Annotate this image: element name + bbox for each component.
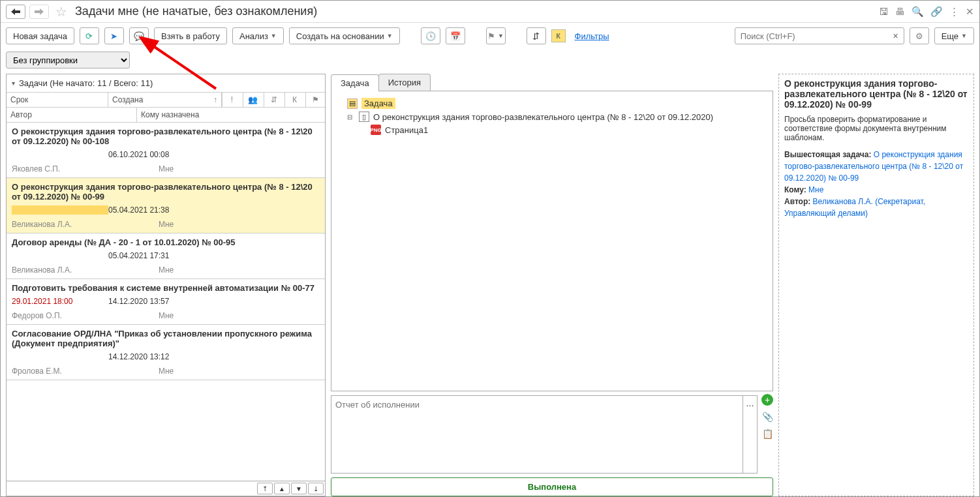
add-button[interactable]: + — [761, 394, 773, 406]
search-box: × — [735, 27, 904, 44]
task-author: Фролова Е.М. — [12, 367, 159, 376]
task-author: Федоров О.П. — [12, 311, 159, 320]
info-title: О реконструкция здания торгово-развлекат… — [784, 78, 968, 110]
task-title: Согласование ОРД/ЛНА "Приказ об установл… — [7, 325, 325, 350]
forward-action-button[interactable]: ➤ — [104, 27, 124, 44]
document-icon: ▯ — [359, 112, 369, 122]
clipboard-button[interactable]: 📋 — [761, 428, 773, 440]
col-hierarchy-icon[interactable]: ⇵ — [264, 93, 283, 107]
task-title: Договор аренды (№ ДА - 20 - 1 от 10.01.2… — [7, 233, 325, 248]
arrow-right-icon: ➤ — [110, 31, 117, 41]
kebab-menu-icon[interactable]: ⋮ — [949, 6, 959, 18]
nav-up-button[interactable]: ▲ — [274, 483, 290, 494]
toolbar: Новая задача ⟳ ➤ 💬 Взять в работу Анализ… — [1, 23, 979, 49]
calendar-add-icon: 📅 — [450, 31, 461, 41]
nav-down-button[interactable]: ▼ — [291, 483, 307, 494]
take-work-button[interactable]: Взять в работу — [154, 27, 227, 44]
preview-icon[interactable]: 🔍 — [911, 6, 924, 18]
new-task-button[interactable]: Новая задача — [6, 27, 74, 44]
calendar-add-button[interactable]: 📅 — [446, 27, 465, 44]
info-meta: Вышестоящая задача: О реконструкция здан… — [784, 149, 968, 219]
task-detail-panel: Задача История ▤ Задача ⊟ ▯ О реконструк… — [331, 74, 773, 496]
caret-down-icon: ▼ — [961, 33, 967, 39]
col-sozdana[interactable]: Создана↑ — [108, 93, 222, 107]
print-icon[interactable]: 🖶 — [895, 6, 905, 17]
col-priority-icon[interactable]: ! — [222, 93, 241, 107]
task-sozdana: 05.04.2021 21:38 — [108, 205, 169, 215]
tree-root[interactable]: ▤ Задача — [347, 97, 767, 110]
flag-button[interactable]: ⚑▼ — [486, 27, 506, 44]
chevron-down-icon[interactable]: ▾ — [12, 80, 15, 87]
k-toggle-button[interactable]: К — [551, 29, 566, 42]
task-srok: 29.01.2021 18:00 — [12, 297, 108, 306]
close-icon[interactable]: ✕ — [966, 6, 974, 18]
tree-button[interactable]: ⇵ — [527, 27, 546, 44]
save-icon[interactable]: 🖫 — [879, 6, 889, 17]
report-textarea[interactable] — [331, 396, 743, 473]
favorite-star-icon[interactable]: ☆ — [55, 4, 67, 20]
col-srok[interactable]: Срок — [7, 93, 108, 107]
task-komu: Мне — [159, 367, 174, 376]
task-title: Подготовить требования к системе внутрен… — [7, 279, 325, 294]
task-sozdana: 06.10.2021 00:08 — [108, 150, 169, 159]
task-srok — [12, 251, 108, 260]
list-navigation: ⤒ ▲ ▼ ⤓ — [7, 481, 325, 496]
task-komu: Мне — [159, 311, 174, 320]
nav-first-button[interactable]: ⤒ — [257, 483, 273, 494]
task-row[interactable]: Подготовить требования к системе внутрен… — [7, 279, 325, 325]
attach-button[interactable]: 📎 — [761, 411, 773, 423]
task-komu: Мне — [159, 265, 174, 275]
done-button[interactable]: Выполнена — [331, 477, 773, 496]
filters-link[interactable]: Фильтры — [575, 31, 609, 41]
collapse-icon[interactable]: ⊟ — [347, 113, 355, 121]
task-row[interactable]: О реконструкция здания торгово-развлекат… — [7, 178, 325, 233]
link-icon[interactable]: 🔗 — [930, 6, 943, 18]
report-expand-button[interactable]: … — [743, 396, 757, 473]
report-side-buttons: + 📎 📋 — [758, 391, 773, 440]
tree-page[interactable]: PNG Страница1 — [371, 123, 767, 136]
col-users-icon[interactable]: 👥 — [243, 93, 262, 107]
task-srok — [12, 205, 108, 215]
create-based-button[interactable]: Создать на основании▼ — [289, 27, 400, 44]
komu-link[interactable]: Мне — [808, 185, 823, 194]
task-sozdana: 14.12.2020 13:57 — [108, 297, 169, 306]
gear-icon: ⚙ — [915, 31, 923, 41]
task-row[interactable]: Договор аренды (№ ДА - 20 - 1 от 10.01.2… — [7, 233, 325, 279]
col-flag-icon[interactable]: ⚑ — [305, 93, 325, 107]
task-list-panel: ▾ Задачи (Не начато: 11 / Всего: 11) Сро… — [6, 74, 326, 496]
task-row[interactable]: Согласование ОРД/ЛНА "Приказ об установл… — [7, 325, 325, 380]
back-button[interactable] — [6, 5, 25, 19]
analysis-button[interactable]: Анализ▼ — [232, 27, 284, 44]
clock-button[interactable]: 🕓 — [421, 27, 440, 44]
tree-doc[interactable]: ⊟ ▯ О реконструкция здания торгово-развл… — [347, 110, 767, 123]
sort-asc-icon: ↑ — [213, 95, 217, 104]
grouping-bar: Без группировки — [1, 49, 979, 74]
page-title: Задачи мне (не начатые, без ознакомления… — [75, 5, 317, 18]
task-list-header: Срок Создана↑ ! 👥 ⇵ К ⚑ — [7, 93, 325, 108]
refresh-button[interactable]: ⟳ — [80, 27, 99, 44]
grouping-select[interactable]: Без группировки — [6, 52, 130, 68]
task-row[interactable]: О реконструкция здания торгово-развлекат… — [7, 123, 325, 178]
settings-button[interactable]: ⚙ — [910, 27, 929, 44]
forward-button[interactable] — [29, 5, 49, 19]
more-button[interactable]: Еще▼ — [934, 27, 974, 44]
task-list-subheader: Автор Кому назначена — [7, 108, 325, 123]
task-tree: ▤ Задача ⊟ ▯ О реконструкция здания торг… — [331, 91, 773, 391]
col-k-icon[interactable]: К — [284, 93, 304, 107]
tab-history[interactable]: История — [378, 74, 431, 91]
search-input[interactable] — [735, 31, 888, 41]
task-author: Великанова Л.А. — [12, 265, 159, 275]
task-srok — [12, 150, 108, 159]
nav-last-button[interactable]: ⤓ — [308, 483, 324, 494]
col-author[interactable]: Автор — [7, 108, 137, 122]
task-sozdana: 05.04.2021 17:31 — [108, 251, 169, 260]
col-komu[interactable]: Кому назначена — [137, 108, 325, 122]
task-list-body: О реконструкция здания торгово-развлекат… — [7, 123, 325, 481]
png-icon: PNG — [371, 125, 381, 135]
info-panel: О реконструкция здания торгово-развлекат… — [778, 74, 974, 496]
search-clear-button[interactable]: × — [887, 31, 903, 41]
report-area: … — [331, 395, 758, 474]
tab-task[interactable]: Задача — [331, 74, 379, 91]
chat-button[interactable]: 💬 — [129, 27, 149, 44]
task-icon: ▤ — [347, 98, 358, 109]
